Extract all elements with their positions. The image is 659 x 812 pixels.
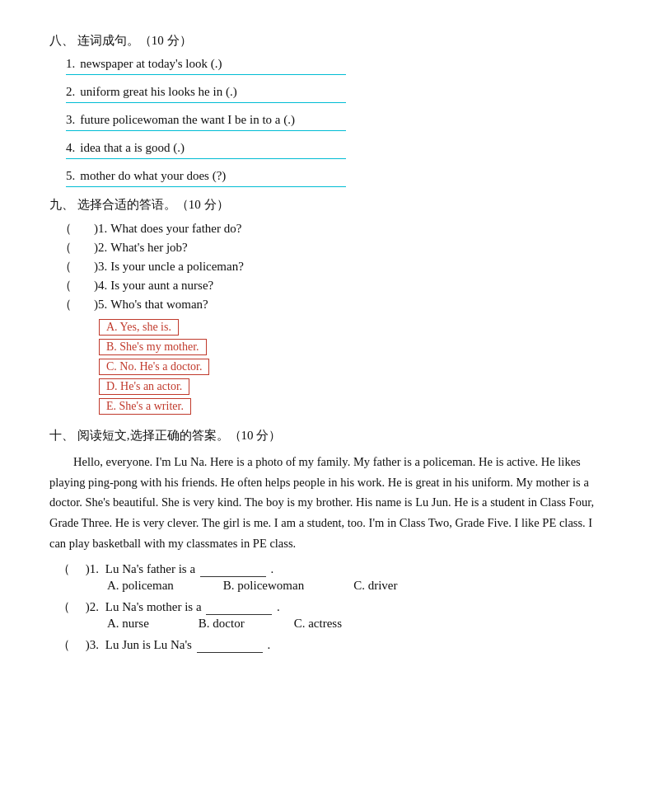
section-9: 九、 选择合适的答语。（10 分） （ )1. What does your f… bbox=[49, 197, 610, 416]
q10-2-opt-a: A. nurse bbox=[107, 617, 149, 631]
q8-1-words: newspaper at today's look (.) bbox=[80, 57, 222, 71]
q9-5-row: （ )5. Who's that woman? bbox=[49, 297, 610, 312]
section-9-title: 九、 选择合适的答语。（10 分） bbox=[49, 197, 610, 213]
q10-1-stem: Lu Na's father is a bbox=[105, 562, 195, 575]
section-10-passage: Hello, everyone. I'm Lu Na. Here is a ph… bbox=[49, 452, 610, 553]
q10-1-period: . bbox=[271, 562, 274, 575]
q9-3-text: Is your uncle a policeman? bbox=[110, 260, 244, 274]
q10-1-opt-b: B. policewoman bbox=[223, 579, 304, 593]
q10-2-stem-row: （ )2. Lu Na's mother is a . bbox=[58, 599, 610, 615]
q9-5-number: )5. bbox=[94, 298, 107, 312]
question-8-3: 3. future policewoman the want I be in t… bbox=[49, 113, 610, 131]
q9-4-row: （ )4. Is your aunt a nurse? bbox=[49, 278, 610, 293]
q10-3: （ )3. Lu Jun is Lu Na's . bbox=[49, 637, 610, 653]
q10-1-opt-a: A. policeman bbox=[107, 579, 174, 593]
answer-d: D. He's an actor. bbox=[99, 378, 189, 395]
q10-1-paren: （ bbox=[58, 562, 82, 575]
q9-5-paren-close bbox=[76, 298, 91, 312]
q9-5-paren-open: （ bbox=[58, 297, 72, 312]
q10-3-period: . bbox=[267, 638, 270, 651]
q9-3-paren-open: （ bbox=[58, 259, 72, 275]
q9-4-number: )4. bbox=[94, 279, 107, 293]
q9-2-paren-close bbox=[76, 241, 91, 255]
q10-2-period: . bbox=[277, 600, 280, 613]
q9-1-text: What does your father do? bbox=[110, 222, 241, 236]
q8-4-line: 4. idea that a is good (.) bbox=[66, 141, 610, 155]
q10-2-paren: （ bbox=[58, 600, 82, 613]
q9-4-text: Is your aunt a nurse? bbox=[110, 279, 213, 293]
question-8-2: 2. uniform great his looks he in (.) bbox=[49, 85, 610, 103]
answer-c: C. No. He's a doctor. bbox=[99, 359, 209, 375]
q10-2-opt-c: C. actress bbox=[294, 617, 342, 631]
q10-1-opt-c: C. driver bbox=[353, 579, 397, 593]
q9-2-row: （ )2. What's her job? bbox=[49, 240, 610, 256]
q8-5-line-divider bbox=[66, 186, 346, 187]
q9-4-paren-open: （ bbox=[58, 278, 72, 293]
question-8-4: 4. idea that a is good (.) bbox=[49, 141, 610, 159]
section-10-title: 十、 阅读短文,选择正确的答案。（10 分） bbox=[49, 428, 610, 444]
q10-1: （ )1. Lu Na's father is a . A. policeman… bbox=[49, 561, 610, 593]
q8-2-line: 2. uniform great his looks he in (.) bbox=[66, 85, 610, 99]
q10-2-number: )2. bbox=[86, 600, 99, 613]
answer-boxes: A. Yes, she is. B. She's my mother. C. N… bbox=[49, 317, 610, 416]
q10-2-options: A. nurse B. doctor C. actress bbox=[58, 617, 610, 631]
q9-2-paren-open: （ bbox=[58, 240, 72, 256]
q10-3-stem: Lu Jun is Lu Na's bbox=[105, 638, 192, 651]
q9-1-number: )1. bbox=[94, 222, 107, 236]
q10-2-blank bbox=[206, 614, 272, 615]
q10-1-number: )1. bbox=[86, 562, 99, 575]
q8-2-number: 2. bbox=[66, 85, 75, 99]
q9-2-text: What's her job? bbox=[110, 241, 188, 255]
q10-3-number: )3. bbox=[86, 638, 99, 651]
q9-2-number: )2. bbox=[94, 241, 107, 255]
q8-1-line-divider bbox=[66, 74, 346, 75]
q8-2-words: uniform great his looks he in (.) bbox=[80, 85, 236, 99]
section-8: 八、 连词成句。（10 分） 1. newspaper at today's l… bbox=[49, 33, 610, 187]
q8-4-words: idea that a is good (.) bbox=[80, 141, 185, 155]
q10-2-opt-b: B. doctor bbox=[199, 617, 245, 631]
q8-2-line-divider bbox=[66, 102, 346, 103]
q10-3-stem-row: （ )3. Lu Jun is Lu Na's . bbox=[58, 637, 610, 653]
q10-1-blank bbox=[200, 576, 266, 577]
q9-3-number: )3. bbox=[94, 260, 107, 274]
q9-1-paren-close bbox=[76, 222, 91, 236]
q9-1-row: （ )1. What does your father do? bbox=[49, 221, 610, 237]
answer-b: B. She's my mother. bbox=[99, 339, 207, 355]
q9-4-paren-close bbox=[76, 279, 91, 293]
q8-1-line: 1. newspaper at today's look (.) bbox=[66, 57, 610, 71]
q8-4-number: 4. bbox=[66, 141, 75, 155]
q8-3-words: future policewoman the want I be in to a… bbox=[80, 113, 295, 127]
q9-3-row: （ )3. Is your uncle a policeman? bbox=[49, 259, 610, 275]
q8-5-number: 5. bbox=[66, 169, 75, 183]
q9-1-paren-open: （ bbox=[58, 221, 72, 237]
q8-3-line-divider bbox=[66, 130, 346, 131]
q10-2: （ )2. Lu Na's mother is a . A. nurse B. … bbox=[49, 599, 610, 631]
q10-1-options: A. policeman B. policewoman C. driver bbox=[58, 579, 610, 593]
q8-3-number: 3. bbox=[66, 113, 75, 127]
section-10: 十、 阅读短文,选择正确的答案。（10 分） Hello, everyone. … bbox=[49, 428, 610, 653]
q10-3-blank bbox=[197, 652, 263, 653]
answer-e: E. She's a writer. bbox=[99, 398, 191, 415]
q10-3-paren: （ bbox=[58, 638, 82, 651]
q10-1-stem-row: （ )1. Lu Na's father is a . bbox=[58, 561, 610, 577]
q10-2-stem: Lu Na's mother is a bbox=[105, 600, 202, 613]
q8-5-words: mother do what your does (?) bbox=[80, 169, 226, 183]
q9-3-paren-close bbox=[76, 260, 91, 274]
q9-5-text: Who's that woman? bbox=[110, 298, 208, 312]
q8-1-number: 1. bbox=[66, 57, 75, 71]
answer-a: A. Yes, she is. bbox=[99, 319, 179, 336]
q8-3-line: 3. future policewoman the want I be in t… bbox=[66, 113, 610, 127]
question-8-1: 1. newspaper at today's look (.) bbox=[49, 57, 610, 75]
q8-4-line-divider bbox=[66, 158, 346, 159]
q8-5-line: 5. mother do what your does (?) bbox=[66, 169, 610, 183]
question-8-5: 5. mother do what your does (?) bbox=[49, 169, 610, 187]
section-8-title: 八、 连词成句。（10 分） bbox=[49, 33, 610, 49]
